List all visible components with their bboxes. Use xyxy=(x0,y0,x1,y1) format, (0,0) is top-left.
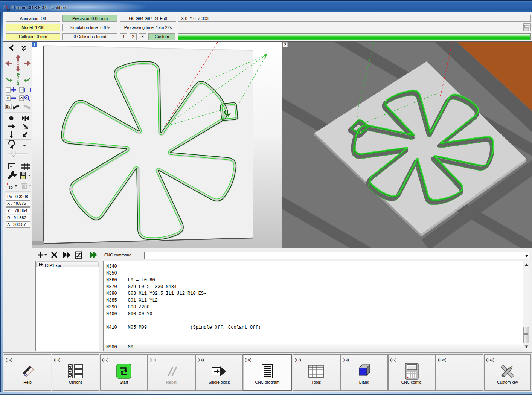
svg-text:O: O xyxy=(20,96,23,100)
svg-text:Z: Z xyxy=(21,88,23,92)
svg-text:I: I xyxy=(8,88,8,92)
svg-text:Bk: Bk xyxy=(6,105,11,108)
svg-text:1: 1 xyxy=(33,42,36,47)
svg-text:3D: 3D xyxy=(6,8,10,12)
svg-text:3D: 3D xyxy=(9,186,13,189)
svg-text:2: 2 xyxy=(284,43,286,47)
svg-text:U: U xyxy=(7,96,9,100)
